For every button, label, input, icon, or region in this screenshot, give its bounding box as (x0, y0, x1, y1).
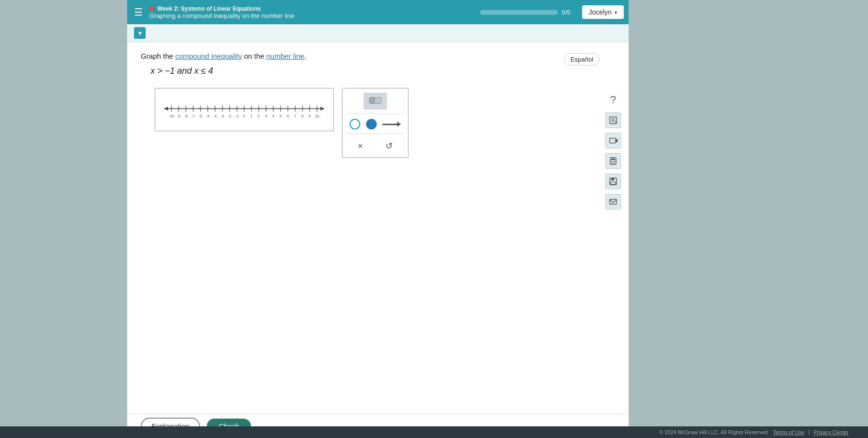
svg-text:6: 6 (287, 114, 289, 118)
question-area: Graph the compound inequality on the num… (127, 42, 629, 168)
compound-inequality-link[interactable]: compound inequality (175, 52, 242, 60)
number-line-svg[interactable]: -10 -9 -8 -7 -6 -5 -4 (159, 95, 329, 124)
user-name-label: Jocelyn (589, 8, 612, 16)
help-icon-button[interactable]: ? (605, 92, 621, 108)
svg-text:-10: -10 (169, 114, 174, 118)
progress-text: 0/5 (562, 9, 570, 16)
tools-shapes-row (347, 119, 404, 134)
svg-rect-65 (611, 182, 616, 184)
privacy-link[interactable]: Privacy Center (814, 429, 849, 435)
svg-point-62 (614, 162, 615, 163)
right-sidebar (629, 0, 868, 438)
svg-text:-2: -2 (228, 114, 231, 118)
eraser-tool[interactable] (364, 93, 387, 110)
svg-text:-1: -1 (235, 114, 238, 118)
svg-point-60 (611, 162, 612, 163)
notes-icon-button[interactable] (605, 113, 621, 128)
notes-icon (609, 116, 618, 125)
svg-marker-1 (164, 107, 168, 111)
left-sidebar (0, 0, 127, 438)
svg-text:0: 0 (243, 114, 245, 118)
main-area: ☰ Week 2: Systems of Linear Equations Gr… (127, 0, 629, 438)
number-line-link[interactable]: number line (267, 52, 304, 60)
delete-tool-button[interactable]: × (353, 139, 368, 153)
svg-text:-5: -5 (206, 114, 209, 118)
copyright-bar: © 2024 McGraw Hill LLC. All Rights Reser… (0, 426, 868, 438)
svg-text:8: 8 (301, 114, 303, 118)
svg-text:5: 5 (280, 114, 282, 118)
tools-panel: × ↺ (342, 88, 409, 158)
closed-circle-tool[interactable] (366, 119, 377, 130)
header-title-area: Week 2: Systems of Linear Equations Grap… (150, 5, 294, 19)
calculator-icon (609, 157, 618, 165)
open-circle-tool[interactable] (350, 119, 360, 130)
question-mark-icon: ? (610, 94, 616, 106)
graphing-area: -10 -9 -8 -7 -6 -5 -4 (141, 88, 615, 158)
header: ☰ Week 2: Systems of Linear Equations Gr… (127, 0, 629, 24)
svg-text:-3: -3 (221, 114, 224, 118)
week-text: Week 2: Systems of Linear Equations (157, 5, 261, 12)
svg-text:-8: -8 (184, 114, 187, 118)
svg-point-59 (614, 161, 615, 162)
mail-icon-button[interactable] (605, 194, 621, 210)
collapse-row: ▾ (127, 24, 629, 42)
content-body: Español ▾ Graph the compound inequality … (127, 24, 629, 438)
espanol-button[interactable]: Español (564, 53, 600, 65)
terms-link[interactable]: Terms of Use (773, 429, 804, 435)
tools-eraser-row (347, 93, 404, 114)
calculator-icon-button[interactable] (605, 153, 621, 169)
svg-text:-7: -7 (192, 114, 195, 118)
svg-text:-4: -4 (214, 114, 217, 118)
svg-rect-46 (369, 97, 374, 103)
progress-area: 0/5 (480, 9, 570, 16)
svg-marker-2 (320, 107, 324, 111)
chevron-down-icon: ▾ (615, 10, 617, 15)
number-line-container[interactable]: -10 -9 -8 -7 -6 -5 -4 (154, 88, 334, 131)
inequality-display: x > −1 and x ≤ 4 (150, 66, 615, 76)
svg-point-58 (613, 161, 614, 162)
red-dot-icon (150, 6, 154, 11)
question-text: Graph the compound inequality on the num… (141, 52, 615, 60)
right-icons-panel: ? (605, 92, 621, 210)
svg-rect-56 (611, 159, 615, 160)
svg-point-57 (611, 161, 612, 162)
svg-text:1: 1 (250, 114, 252, 118)
hamburger-icon[interactable]: ☰ (134, 6, 143, 18)
lesson-title: Graphing a compound inequality on the nu… (150, 12, 294, 19)
svg-text:7: 7 (294, 114, 296, 118)
progress-bar-container (480, 10, 558, 15)
save-icon-button[interactable] (605, 174, 621, 189)
eraser-icon-svg (368, 95, 382, 105)
user-menu-button[interactable]: Jocelyn ▾ (582, 5, 624, 19)
week-label: Week 2: Systems of Linear Equations (150, 5, 294, 12)
svg-point-61 (613, 162, 614, 163)
svg-text:10: 10 (315, 114, 319, 118)
svg-text:9: 9 (309, 114, 311, 118)
arrow-line-tool[interactable] (383, 122, 401, 127)
svg-text:4: 4 (272, 114, 274, 118)
separator: | (808, 429, 810, 435)
undo-tool-button[interactable]: ↺ (381, 139, 398, 153)
svg-text:-9: -9 (177, 114, 180, 118)
tools-actions-row: × ↺ (347, 139, 404, 153)
video-icon (609, 136, 618, 145)
svg-text:3: 3 (265, 114, 267, 118)
chevron-down-icon: ▾ (138, 29, 142, 37)
svg-text:-6: -6 (199, 114, 202, 118)
question-suffix: . (304, 52, 306, 60)
question-middle: on the (242, 52, 266, 60)
copyright-text: © 2024 McGraw Hill LLC. All Rights Reser… (659, 429, 769, 435)
question-prefix: Graph the (141, 52, 175, 60)
collapse-button[interactable]: ▾ (134, 27, 146, 39)
svg-rect-64 (611, 178, 614, 180)
video-icon-button[interactable] (605, 133, 621, 148)
svg-text:2: 2 (258, 114, 260, 118)
save-icon (609, 177, 618, 186)
svg-rect-53 (610, 138, 616, 143)
mail-icon (609, 197, 618, 206)
